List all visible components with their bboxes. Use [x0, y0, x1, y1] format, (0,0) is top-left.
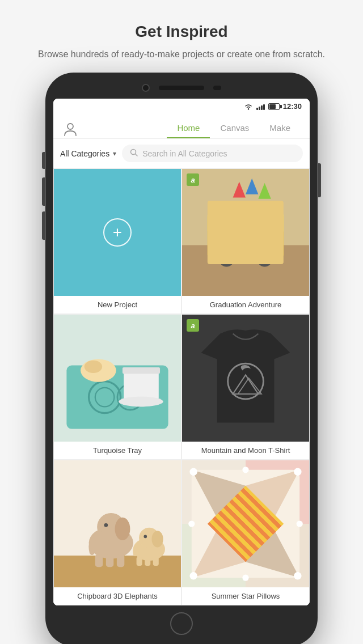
- pillow-image: [182, 460, 309, 587]
- project-label: Graduation Adventure: [182, 296, 309, 313]
- speaker: [159, 86, 204, 90]
- list-item[interactable]: + New Project: [53, 168, 182, 314]
- svg-rect-5: [182, 169, 309, 245]
- side-button-left-2: [42, 177, 45, 206]
- search-box[interactable]: Search in All Categories: [122, 145, 303, 162]
- list-item[interactable]: a Graduation Adventure: [182, 168, 310, 314]
- home-button[interactable]: [170, 612, 193, 635]
- front-sensor: [213, 86, 221, 90]
- svg-point-60: [189, 468, 197, 475]
- list-item[interactable]: Chipboard 3D Elephants: [53, 460, 182, 605]
- nav-bar: Home Canvas Make: [53, 114, 310, 139]
- svg-point-9: [257, 252, 272, 267]
- svg-point-64: [242, 467, 248, 473]
- side-button-left-3: [42, 211, 45, 240]
- page-header: Get Inspired Browse hundreds of ready-to…: [4, 0, 359, 73]
- elephant-image: [54, 460, 181, 587]
- project-label: New Project: [54, 296, 181, 313]
- svg-point-10: [223, 255, 230, 262]
- phone-bottom: [53, 612, 310, 635]
- svg-line-3: [136, 154, 138, 156]
- svg-rect-7: [208, 213, 284, 232]
- category-dropdown[interactable]: All Categories ▾: [60, 149, 116, 158]
- tab-home[interactable]: Home: [167, 118, 210, 138]
- signal-icon: [256, 103, 265, 110]
- svg-rect-45: [153, 557, 159, 566]
- project-label: Mountain and Moon T-Shirt: [182, 442, 309, 459]
- svg-rect-38: [117, 554, 124, 567]
- svg-point-0: [248, 108, 249, 109]
- filter-row: All Categories ▾ Search in All Categorie…: [53, 139, 310, 168]
- svg-point-62: [189, 572, 197, 579]
- page-title: Get Inspired: [38, 23, 325, 41]
- svg-rect-6: [208, 213, 284, 257]
- svg-point-8: [219, 252, 234, 267]
- svg-point-67: [297, 520, 303, 527]
- user-icon[interactable]: [62, 121, 78, 137]
- list-item[interactable]: Summer Star Pillows: [182, 460, 310, 605]
- svg-rect-37: [106, 554, 113, 567]
- svg-point-66: [188, 520, 195, 527]
- wifi-icon: [244, 103, 253, 110]
- page-subtitle: Browse hundreds of ready-to-make project…: [38, 48, 325, 61]
- svg-point-11: [261, 255, 268, 262]
- svg-point-42: [143, 535, 147, 539]
- svg-point-25: [85, 361, 102, 373]
- search-icon: [130, 149, 138, 158]
- turquoise-tray-image: [54, 315, 181, 442]
- tshirt-image: [182, 315, 309, 442]
- new-project-tile: +: [54, 169, 181, 296]
- search-placeholder: Search in All Categories: [142, 149, 227, 158]
- phone-frame: 12:30 Home Canvas Make All Categories ▾: [45, 73, 318, 644]
- svg-point-65: [242, 575, 248, 581]
- camera: [142, 84, 150, 92]
- project-label: Chipboard 3D Elephants: [54, 587, 181, 605]
- graduation-adventure-image: [182, 169, 309, 296]
- project-grid: + New Project: [53, 168, 310, 605]
- status-time: 12:30: [283, 102, 302, 111]
- cricut-badge: a: [187, 173, 199, 186]
- svg-rect-22: [123, 367, 160, 374]
- svg-point-61: [294, 468, 301, 475]
- svg-point-34: [115, 518, 130, 540]
- plus-icon: +: [103, 218, 132, 247]
- chevron-down-icon: ▾: [113, 150, 116, 158]
- project-label: Turquoise Tray: [54, 442, 181, 459]
- svg-point-63: [294, 572, 301, 579]
- nav-tabs: Home Canvas Make: [167, 118, 301, 138]
- side-button-right: [318, 163, 321, 197]
- status-bar: 12:30: [53, 99, 310, 114]
- svg-rect-43: [137, 557, 142, 566]
- tab-canvas[interactable]: Canvas: [210, 118, 259, 138]
- svg-point-35: [104, 523, 108, 527]
- svg-point-41: [151, 531, 163, 547]
- tab-make[interactable]: Make: [259, 118, 301, 138]
- svg-rect-12: [226, 220, 248, 236]
- battery-icon: [268, 103, 280, 110]
- svg-rect-36: [95, 554, 103, 567]
- svg-point-1: [67, 124, 73, 129]
- category-label: All Categories: [60, 149, 109, 158]
- battery-fill: [269, 104, 276, 109]
- list-item[interactable]: a Mountain and Moon T-Shirt: [182, 314, 310, 460]
- project-label: Summer Star Pillows: [182, 587, 309, 605]
- list-item[interactable]: Turquoise Tray: [53, 314, 182, 460]
- svg-rect-44: [145, 557, 150, 566]
- phone-screen: 12:30 Home Canvas Make All Categories ▾: [53, 99, 310, 605]
- svg-point-23: [119, 396, 163, 406]
- phone-top: [53, 84, 310, 92]
- cricut-badge: a: [187, 319, 199, 332]
- side-button-left-1: [42, 152, 45, 169]
